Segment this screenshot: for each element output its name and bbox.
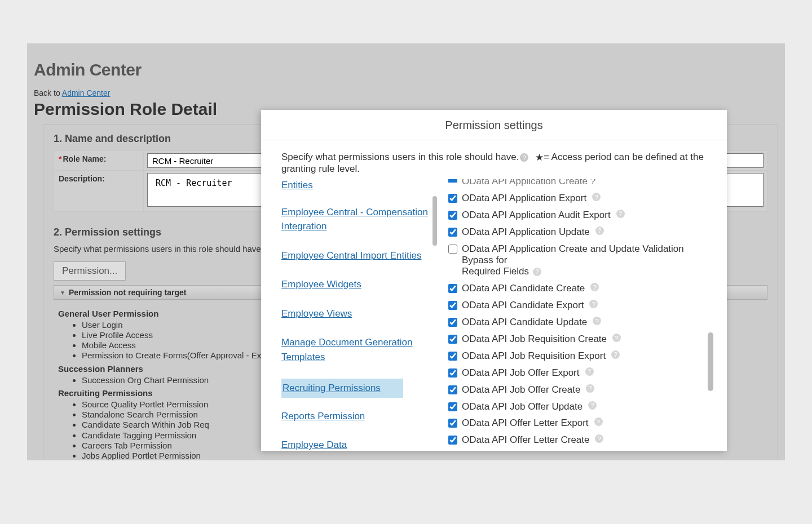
help-icon[interactable]: ? — [592, 193, 601, 201]
permission-row: OData API Application Create and Update … — [448, 243, 716, 278]
permission-row: OData API Job Offer Create ? — [448, 384, 716, 396]
help-icon[interactable]: ? — [611, 350, 620, 359]
permission-label: OData API Candidate Update — [462, 317, 587, 328]
scrollbar-thumb[interactable] — [708, 332, 713, 391]
permission-checkbox[interactable] — [448, 385, 457, 394]
accordion-label: Permission not requiring target — [69, 288, 186, 297]
help-icon[interactable]: ? — [586, 384, 594, 393]
permission-checkbox[interactable] — [448, 245, 457, 254]
permission-checkbox[interactable] — [448, 436, 457, 445]
info-icon[interactable]: ? — [520, 153, 528, 162]
help-icon[interactable]: ? — [595, 434, 603, 443]
category-link[interactable]: Employee Widgets — [281, 277, 428, 292]
permission-list-panel: OData API Application Create ?OData API … — [437, 179, 716, 451]
permission-checkbox[interactable] — [448, 301, 457, 310]
help-icon[interactable]: ? — [585, 367, 594, 376]
description-label: Description: — [54, 171, 144, 212]
permission-checkbox[interactable] — [448, 318, 457, 327]
help-icon[interactable]: ? — [588, 401, 597, 410]
permission-row: OData API Candidate Export ? — [448, 300, 716, 311]
chevron-down-icon: ▼ — [60, 290, 65, 296]
category-link[interactable]: Recruiting Permissions — [281, 379, 403, 398]
permission-button[interactable]: Permission... — [54, 261, 126, 281]
category-link[interactable]: Employee Views — [281, 307, 428, 321]
permission-row: OData API Application Audit Export ? — [448, 210, 716, 221]
page-title: Admin Center — [34, 60, 778, 79]
permission-label: OData API Candidate Create — [462, 283, 585, 294]
permission-label: OData API Offer Letter Create — [462, 434, 589, 446]
category-link[interactable]: Employee Central - Compensation Integrat… — [281, 205, 428, 234]
help-icon[interactable]: ? — [616, 210, 625, 218]
breadcrumb-prefix: Back to — [34, 88, 62, 97]
breadcrumb: Back to Admin Center — [34, 88, 778, 97]
category-link[interactable]: Reports Permission — [281, 409, 428, 424]
permission-row: OData API Offer Letter Create ? — [448, 434, 716, 446]
permission-row: OData API Application Update ? — [448, 227, 716, 238]
dialog-title: Permission settings — [261, 110, 727, 140]
perm-item: Jobs Applied Portlet Permission — [82, 451, 763, 461]
permission-label: OData API Application Export — [462, 193, 586, 204]
help-icon[interactable]: ? — [593, 317, 601, 325]
star-icon: ★ — [535, 152, 544, 163]
help-icon[interactable]: ? — [589, 300, 598, 308]
breadcrumb-link[interactable]: Admin Center — [62, 88, 111, 97]
permission-row: OData API Job Requisition Create ? — [448, 334, 716, 345]
permission-row: OData API Offer Letter Export ? — [448, 418, 716, 429]
permission-row: OData API Application Export ? — [448, 193, 716, 204]
help-icon[interactable]: ? — [590, 179, 595, 186]
scrollbar-thumb[interactable] — [433, 196, 437, 246]
permission-row: OData API Application Create ? — [448, 179, 716, 187]
dialog-instructions: Specify what permissions users in this r… — [281, 152, 716, 175]
help-icon[interactable]: ? — [594, 418, 603, 426]
permission-label: OData API Candidate Export — [462, 300, 584, 311]
permission-label: OData API Job Offer Export — [462, 367, 580, 379]
help-icon[interactable]: ? — [595, 227, 604, 235]
permission-label: OData API Application Update — [462, 227, 590, 238]
permission-label: OData API Application Audit Export — [462, 210, 611, 221]
permission-checkbox[interactable] — [448, 419, 457, 428]
category-list: EntitiesEmployee Central - Compensation … — [281, 179, 437, 451]
permission-row: OData API Candidate Create ? — [448, 283, 716, 294]
help-icon[interactable]: ? — [533, 268, 541, 276]
permission-label: OData API Offer Letter Export — [462, 418, 589, 429]
category-link[interactable]: Manage Document Generation Templates — [281, 335, 428, 364]
permission-checkbox[interactable] — [448, 228, 457, 237]
permission-checkbox[interactable] — [448, 194, 457, 203]
permission-label: OData API Job Offer Create — [462, 384, 580, 396]
permission-checkbox[interactable] — [448, 402, 457, 411]
permission-label: OData API Job Offer Update — [462, 401, 582, 412]
help-icon[interactable]: ? — [612, 334, 621, 342]
permission-checkbox[interactable] — [448, 368, 457, 378]
permission-label: OData API Job Requisition Create — [462, 334, 607, 345]
permission-label: OData API Job Requisition Export — [462, 350, 606, 362]
permission-row: OData API Candidate Update ? — [448, 317, 716, 328]
permission-checkbox[interactable] — [448, 352, 457, 361]
permission-checkbox[interactable] — [448, 284, 457, 293]
permission-checkbox[interactable] — [448, 335, 457, 344]
permission-row: OData API Job Requisition Export ? — [448, 350, 716, 362]
category-link[interactable]: Entities — [281, 179, 428, 193]
permission-row: OData API Job Offer Export ? — [448, 367, 716, 379]
role-name-label: *Role Name: — [54, 150, 144, 171]
category-link[interactable]: Employee Data — [281, 438, 428, 451]
permission-label: OData API Application Create and Update … — [462, 243, 687, 278]
permission-settings-dialog: Permission settings Specify what permiss… — [261, 110, 727, 451]
permission-checkbox[interactable] — [448, 211, 457, 220]
permission-row: OData API Job Offer Update ? — [448, 401, 716, 412]
help-icon[interactable]: ? — [590, 283, 599, 291]
category-link[interactable]: Employee Central Import Entities — [281, 248, 428, 263]
